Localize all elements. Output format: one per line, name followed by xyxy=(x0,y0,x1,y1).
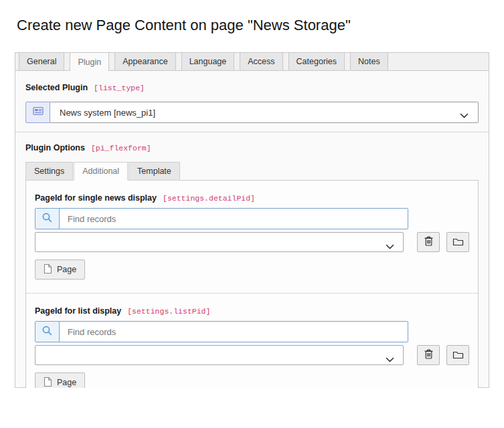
list-pid-record-select[interactable] xyxy=(35,345,404,365)
detail-pid-search-group xyxy=(35,208,408,229)
delete-record-button[interactable] xyxy=(417,345,440,365)
plugin-options-label: Plugin Options xyxy=(25,143,85,152)
search-icon-addon xyxy=(35,209,60,229)
selected-plugin-label: Selected Plugin xyxy=(25,83,88,92)
tab-notes[interactable]: Notes xyxy=(350,52,388,70)
list-pid-search-input[interactable] xyxy=(60,322,408,342)
chevron-down-icon xyxy=(386,240,394,252)
search-icon xyxy=(41,325,53,339)
subtab-settings[interactable]: Settings xyxy=(25,162,73,181)
detail-pid-search-input[interactable] xyxy=(60,209,408,229)
trash-icon xyxy=(424,235,434,249)
detail-pid-select-row xyxy=(35,232,469,252)
plugin-icon-addon xyxy=(25,102,50,123)
browse-records-button[interactable] xyxy=(446,345,469,365)
flexform-tab-content: PageId for single news display [settings… xyxy=(25,180,479,388)
selected-plugin-section: Selected Plugin [list_type] xyxy=(15,71,489,132)
chevron-down-icon xyxy=(386,353,394,365)
field-group-list-pid: PageId for list display [settings.listPi… xyxy=(35,306,469,388)
trash-icon xyxy=(424,348,434,362)
tab-categories[interactable]: Categories xyxy=(288,52,345,70)
tab-access[interactable]: Access xyxy=(240,52,282,70)
detail-pid-record-select[interactable] xyxy=(35,232,404,252)
folder-icon xyxy=(452,350,464,361)
newspaper-plugin-icon xyxy=(32,105,44,120)
page-button-label: Page xyxy=(57,378,76,387)
delete-record-button[interactable] xyxy=(417,232,440,252)
folder-icon xyxy=(452,237,464,248)
subtab-template[interactable]: Template xyxy=(129,162,180,181)
search-icon xyxy=(41,212,53,226)
page-button[interactable]: Page xyxy=(35,372,85,388)
plugin-options-section: Plugin Options [pi_flexform] Settings Ad… xyxy=(15,132,489,388)
plugin-options-field-code: [pi_flexform] xyxy=(91,144,151,152)
page-button-label: Page xyxy=(57,265,76,274)
page-title: Create new Page Content on page "News St… xyxy=(17,17,504,34)
flexform-tab-bar: Settings Additional Template xyxy=(25,162,479,181)
search-icon-addon xyxy=(35,322,60,342)
page-button[interactable]: Page xyxy=(35,259,85,280)
selected-plugin-field-code: [list_type] xyxy=(94,84,145,92)
selected-plugin-value: News system [news_pi1] xyxy=(60,108,155,118)
tab-appearance[interactable]: Appearance xyxy=(114,52,175,70)
tab-content-panel: Selected Plugin [list_type] xyxy=(15,71,489,388)
subtab-additional[interactable]: Additional xyxy=(74,162,128,181)
list-pid-search-group xyxy=(35,321,408,342)
browse-records-button[interactable] xyxy=(446,232,469,252)
selected-plugin-select-group: News system [news_pi1] xyxy=(25,102,479,123)
page-icon xyxy=(44,377,52,389)
list-pid-label: PageId for list display xyxy=(35,306,121,316)
tab-plugin[interactable]: Plugin xyxy=(70,52,109,71)
selected-plugin-select[interactable]: News system [news_pi1] xyxy=(50,102,479,123)
page-icon xyxy=(44,263,52,276)
list-pid-field-code: [settings.listPid] xyxy=(127,307,210,316)
list-pid-select-row xyxy=(35,345,469,365)
field-group-detail-pid: PageId for single news display [settings… xyxy=(35,193,469,280)
detail-pid-field-code: [settings.detailPid] xyxy=(163,194,255,203)
tab-general[interactable]: General xyxy=(19,52,64,70)
tab-language[interactable]: Language xyxy=(181,52,235,70)
main-tab-bar: General Plugin Appearance Language Acces… xyxy=(15,52,489,71)
detail-pid-label: PageId for single news display xyxy=(35,193,157,203)
content-form-panel: General Plugin Appearance Language Acces… xyxy=(15,52,489,388)
field-divider xyxy=(26,293,478,294)
chevron-down-icon xyxy=(460,110,469,120)
